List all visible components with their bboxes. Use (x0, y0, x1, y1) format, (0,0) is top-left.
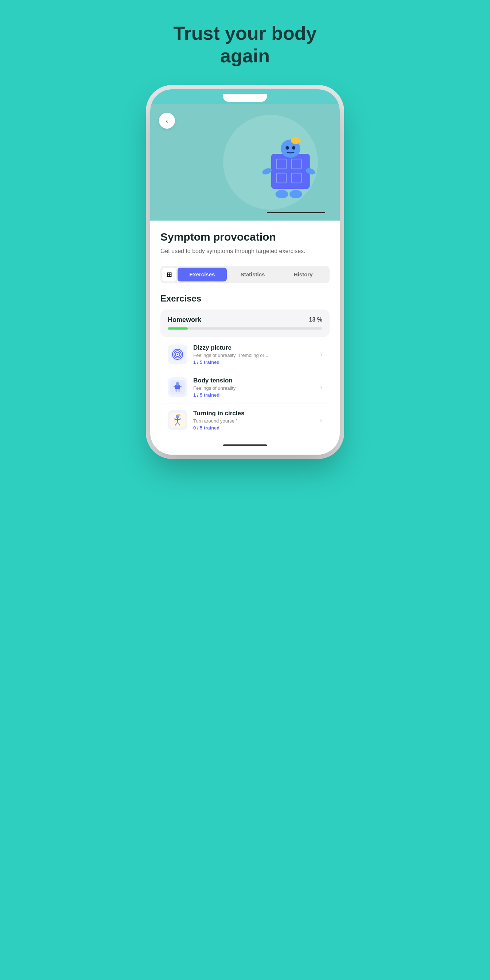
tab-icon-button[interactable]: ⊞ (162, 267, 176, 282)
svg-point-20 (176, 382, 180, 386)
progress-bar-background (168, 328, 322, 329)
exercise-tags-turning: Turn around yourself (193, 418, 317, 424)
exercise-item-turning[interactable]: Turning in circles Turn around yourself … (161, 404, 329, 436)
tab-history[interactable]: History (278, 267, 328, 282)
tabs-container: ⊞ Exercises Statistics History (161, 266, 329, 283)
ground-line (267, 212, 325, 213)
phone-bottom-bar (150, 436, 340, 455)
grid-icon: ⊞ (167, 270, 172, 278)
exercise-item-dizzy[interactable]: Dizzy picture Feelings of unreality, Tre… (161, 338, 329, 371)
exercise-trained-dizzy: 1 / 5 trained (193, 360, 317, 365)
exercise-info-body-tension: Body tension Feelings of unreality 1 / 5… (193, 377, 317, 398)
tab-exercises[interactable]: Exercises (178, 267, 227, 282)
chevron-right-icon-dizzy: › (320, 351, 322, 358)
page-title: Symptom provocation (161, 231, 329, 243)
back-arrow-icon: ‹ (166, 118, 168, 124)
tab-statistics[interactable]: Statistics (228, 267, 277, 282)
notch (223, 94, 267, 102)
exercise-info-turning: Turning in circles Turn around yourself … (193, 410, 317, 431)
exercise-info-dizzy: Dizzy picture Feelings of unreality, Tre… (193, 344, 317, 365)
progress-bar-fill (168, 328, 188, 329)
hero-image-area: ‹ (150, 104, 340, 221)
svg-point-6 (290, 190, 302, 198)
svg-point-10 (291, 137, 301, 144)
svg-point-27 (178, 414, 180, 416)
hero-title: Trust your body again (154, 22, 336, 67)
chevron-right-icon-body-tension: › (320, 383, 322, 391)
exercise-item-body-tension[interactable]: Body tension Feelings of unreality 1 / 5… (161, 371, 329, 404)
robot-illustration (252, 126, 325, 217)
exercise-name-turning: Turning in circles (193, 410, 317, 417)
back-button[interactable]: ‹ (159, 113, 175, 129)
content-area: Symptom provocation Get used to body sym… (150, 221, 340, 436)
exercise-icon-dizzy (168, 345, 188, 364)
exercise-tags-body-tension: Feelings of unreality (193, 385, 317, 391)
exercise-icon-body-tension (168, 377, 188, 397)
exercises-heading: Exercises (161, 293, 329, 304)
homework-percent: 13 % (309, 317, 322, 323)
homework-title: Homework (168, 316, 201, 324)
exercise-name-dizzy: Dizzy picture (193, 344, 317, 352)
exercise-list: Dizzy picture Feelings of unreality, Tre… (161, 338, 329, 436)
home-indicator (223, 444, 267, 446)
svg-point-17 (177, 354, 178, 355)
exercise-icon-turning (168, 410, 188, 430)
chevron-right-icon-turning: › (320, 416, 322, 424)
homework-card: Homework 13 % (161, 310, 329, 337)
svg-point-5 (275, 190, 288, 198)
svg-point-11 (285, 146, 289, 150)
svg-point-7 (261, 167, 273, 176)
exercise-trained-body-tension: 1 / 5 trained (193, 392, 317, 398)
status-bar (150, 89, 340, 104)
exercise-tags-dizzy: Feelings of unreality, Trembling or ... (193, 353, 317, 358)
exercise-trained-turning: 0 / 5 trained (193, 425, 317, 431)
exercise-name-body-tension: Body tension (193, 377, 317, 384)
svg-point-12 (292, 146, 296, 150)
page-description: Get used to body symptoms through target… (161, 247, 329, 256)
phone-frame: ‹ Sy (150, 89, 340, 455)
